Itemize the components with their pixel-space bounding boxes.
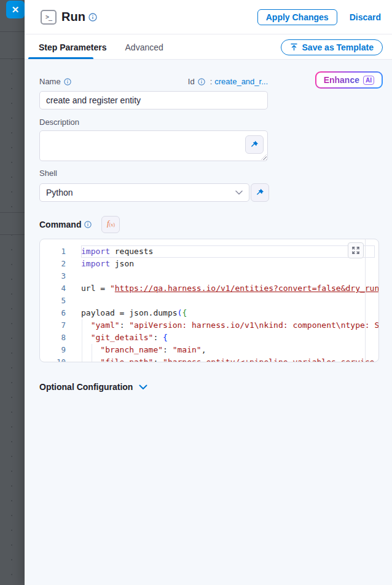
line-number: 7: [40, 319, 66, 332]
line-number: 1: [40, 245, 66, 258]
pushpin-icon: [250, 140, 259, 149]
code-line-8[interactable]: 8 "git_details": {: [40, 332, 378, 344]
active-tab-underline: [28, 57, 93, 59]
code-text: "yaml": "apiVersion: harness.io/v1\nkind…: [81, 319, 379, 332]
name-info-icon[interactable]: [64, 78, 71, 86]
enhance-label: Enhance: [324, 75, 359, 85]
step-parameters-panel: Name Id : create_and_r... Enhance: [25, 60, 392, 585]
line-number: 4: [40, 282, 66, 295]
code-text: import requests: [81, 245, 375, 258]
id-value: create_and_r...: [214, 77, 268, 86]
info-icon[interactable]: [88, 13, 97, 22]
tab-advanced[interactable]: Advanced: [125, 42, 163, 52]
close-icon: ✕: [12, 4, 20, 15]
line-number: 5: [40, 295, 66, 307]
code-text: "branch_name": "main",: [81, 344, 206, 356]
tab-step-parameters[interactable]: Step Parameters: [39, 42, 107, 52]
code-line-9[interactable]: 9 "branch_name": "main",: [40, 344, 378, 356]
pushpin-icon: [256, 188, 264, 197]
code-text: url = "https://qa.harness.io/v1/entities…: [81, 282, 379, 295]
close-drawer-button[interactable]: ✕: [6, 1, 25, 18]
enhance-ai-button[interactable]: Enhance AI: [315, 71, 383, 89]
code-line-10[interactable]: 10 "file_path": "harness_entity/<+pipeli…: [40, 356, 378, 362]
description-label: Description: [39, 117, 79, 127]
tab-bar: Step Parameters Advanced Save as Templat…: [25, 35, 392, 60]
code-text: "file_path": "harness_entity/<+pipeline.…: [81, 356, 379, 362]
command-label: Command: [39, 220, 92, 229]
chevron-down-icon: [235, 190, 243, 195]
line-number: 6: [40, 307, 66, 319]
code-text: "git_details": {: [81, 332, 168, 344]
name-label: Name: [39, 77, 71, 86]
ai-badge: AI: [363, 76, 374, 85]
canvas-dot-grid: [0, 59, 25, 212]
editor-overview-ruler: [365, 239, 366, 362]
run-step-terminal-icon: >_: [41, 10, 57, 25]
code-line-4[interactable]: 4url = "https://qa.harness.io/v1/entitie…: [40, 282, 378, 295]
description-field-wrap: [39, 130, 268, 161]
id-label: Id: [188, 77, 195, 86]
save-as-template-button[interactable]: Save as Template: [281, 39, 383, 55]
canvas-footer-band: [0, 212, 25, 235]
header-actions: Apply Changes Discard: [257, 9, 381, 25]
chevron-down-icon: [139, 384, 147, 390]
step-id: Id : create_and_r...: [188, 77, 268, 86]
line-number: 10: [40, 356, 66, 362]
save-as-template-label: Save as Template: [302, 42, 374, 52]
canvas-toolbar-band: [0, 32, 25, 59]
shell-pin-button[interactable]: [251, 183, 269, 202]
id-colon: :: [210, 77, 213, 86]
upload-icon: [290, 43, 298, 51]
harness-step-config-screen: ✕ >_ Run Apply Changes Discard Step Para…: [0, 0, 392, 585]
code-line-6[interactable]: 6payload = json.dumps({: [40, 307, 378, 319]
description-pin-button[interactable]: [245, 135, 264, 154]
fx-sub: (x): [109, 222, 115, 228]
line-number: 9: [40, 344, 66, 356]
code-line-5[interactable]: 5: [40, 295, 378, 307]
code-text: payload = json.dumps({: [81, 307, 187, 319]
command-code-editor[interactable]: 1import requests2import json34url = "htt…: [39, 239, 379, 362]
optional-configuration-label: Optional Configuration: [39, 382, 133, 392]
line-number: 8: [40, 332, 66, 344]
code-line-1[interactable]: 1import requests: [40, 245, 378, 258]
discard-button[interactable]: Discard: [350, 12, 381, 22]
drawer-header: >_ Run Apply Changes Discard: [25, 0, 392, 34]
step-config-drawer: >_ Run Apply Changes Discard Step Parame…: [25, 0, 392, 585]
editor-expand-button[interactable]: [348, 242, 364, 258]
code-lines: 1import requests2import json34url = "htt…: [40, 245, 378, 362]
canvas-dot-grid-lower: [0, 235, 25, 585]
name-label-row: Name Id : create_and_r...: [39, 77, 268, 86]
command-info-icon[interactable]: [84, 221, 92, 228]
line-number: 3: [40, 270, 66, 282]
apply-changes-button[interactable]: Apply Changes: [257, 9, 337, 25]
expand-icon: [352, 247, 359, 254]
expression-fx-button[interactable]: f(x): [101, 216, 120, 233]
pipeline-canvas-background: [0, 0, 25, 585]
description-textarea[interactable]: [39, 130, 268, 161]
shell-label: Shell: [39, 169, 57, 178]
command-label-row: Command f(x): [39, 216, 120, 233]
name-input[interactable]: [39, 91, 268, 109]
code-line-3[interactable]: 3: [40, 270, 378, 282]
code-line-7[interactable]: 7 "yaml": "apiVersion: harness.io/v1\nki…: [40, 319, 378, 332]
optional-configuration-toggle[interactable]: Optional Configuration: [39, 382, 147, 392]
shell-select[interactable]: Python: [39, 183, 249, 202]
step-title: Run: [61, 10, 85, 24]
code-text: import json: [81, 258, 134, 270]
id-info-icon[interactable]: [198, 78, 205, 86]
line-number: 2: [40, 258, 66, 270]
code-line-2[interactable]: 2import json: [40, 258, 378, 270]
shell-selected-value: Python: [46, 188, 73, 197]
